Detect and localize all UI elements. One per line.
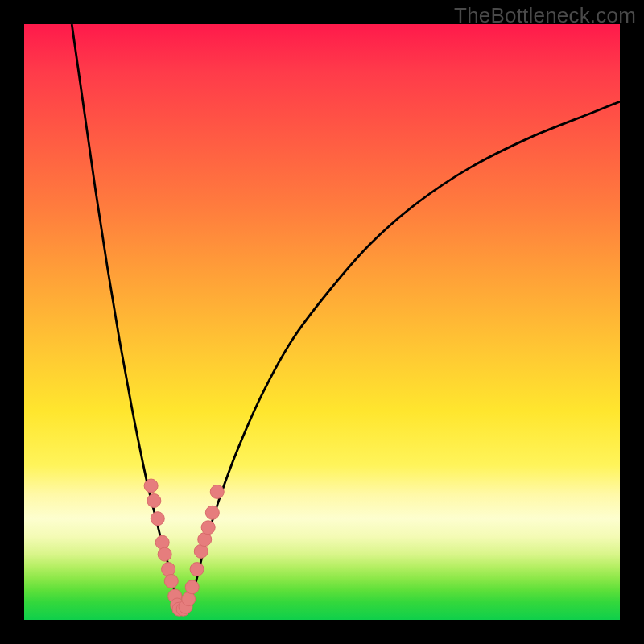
data-point: [155, 535, 169, 549]
chart-svg: [24, 24, 620, 620]
data-point: [210, 485, 224, 498]
data-point: [185, 580, 199, 594]
data-point: [147, 494, 161, 508]
data-point-markers: [144, 479, 224, 616]
watermark-text: TheBottleneck.com: [454, 3, 636, 28]
data-point: [190, 563, 204, 576]
data-point: [162, 563, 175, 576]
data-point: [158, 547, 171, 561]
data-point: [201, 521, 215, 535]
curve-right-branch: [189, 101, 620, 608]
chart-frame: TheBottleneck.com: [0, 0, 644, 644]
data-point: [205, 506, 219, 519]
data-point: [144, 479, 158, 493]
data-point: [164, 574, 178, 588]
data-point: [151, 512, 164, 526]
plot-area: [24, 24, 620, 620]
